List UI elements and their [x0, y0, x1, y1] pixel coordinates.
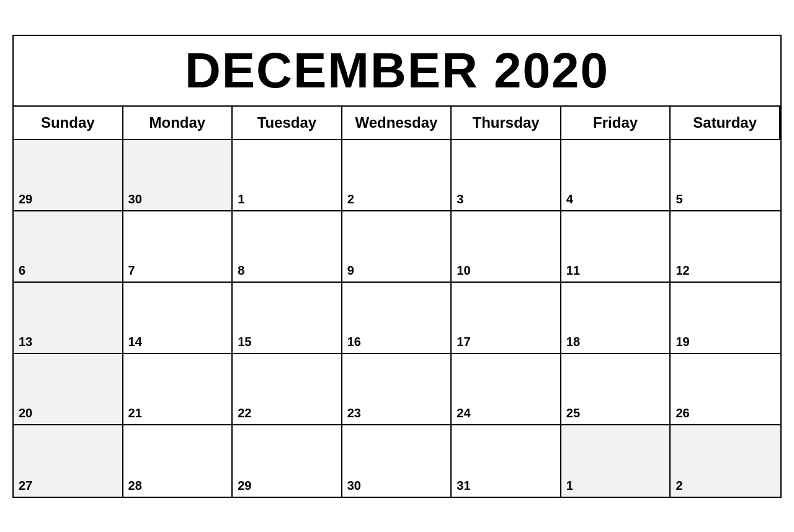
day-header: Monday — [123, 107, 233, 140]
day-cell[interactable]: 15 — [233, 283, 342, 354]
day-cell[interactable]: 5 — [671, 140, 780, 211]
day-cell[interactable]: 13 — [14, 283, 123, 354]
day-number: 3 — [457, 192, 555, 206]
day-cell[interactable]: 25 — [561, 354, 671, 425]
day-number: 20 — [19, 406, 117, 420]
day-number: 29 — [19, 192, 117, 206]
day-cell[interactable]: 1 — [561, 425, 671, 497]
day-number: 30 — [128, 192, 227, 206]
day-header: Friday — [561, 107, 671, 140]
day-number: 8 — [238, 264, 336, 278]
day-cell[interactable]: 27 — [14, 425, 123, 497]
day-cell[interactable]: 14 — [123, 283, 233, 354]
day-number: 6 — [19, 264, 117, 278]
day-number: 25 — [566, 406, 665, 420]
day-number: 11 — [566, 264, 665, 278]
day-number: 18 — [566, 335, 665, 349]
day-cell[interactable]: 9 — [342, 211, 452, 283]
day-header: Saturday — [671, 107, 780, 140]
day-number: 16 — [347, 335, 446, 349]
day-cell[interactable]: 4 — [561, 140, 671, 211]
day-header: Sunday — [14, 107, 123, 140]
day-number: 10 — [457, 264, 555, 278]
day-header: Tuesday — [233, 107, 342, 140]
day-cell[interactable]: 10 — [452, 211, 561, 283]
day-number: 29 — [238, 479, 336, 493]
day-cell[interactable]: 29 — [14, 140, 123, 211]
day-cell[interactable]: 1 — [233, 140, 342, 211]
day-cell[interactable]: 8 — [233, 211, 342, 283]
day-number: 12 — [676, 264, 775, 278]
day-number: 19 — [676, 335, 775, 349]
day-cell[interactable]: 24 — [452, 354, 561, 425]
day-cell[interactable]: 3 — [452, 140, 561, 211]
day-cell[interactable]: 28 — [123, 425, 233, 497]
day-cell[interactable]: 23 — [342, 354, 452, 425]
day-cell[interactable]: 12 — [671, 211, 780, 283]
day-cell[interactable]: 29 — [233, 425, 342, 497]
day-number: 21 — [128, 406, 227, 420]
day-number: 23 — [347, 406, 446, 420]
calendar: DECEMBER 2020 SundayMondayTuesdayWednesd… — [12, 35, 782, 498]
day-header: Wednesday — [342, 107, 452, 140]
day-number: 14 — [128, 335, 227, 349]
calendar-grid: SundayMondayTuesdayWednesdayThursdayFrid… — [14, 107, 780, 497]
day-cell[interactable]: 30 — [123, 140, 233, 211]
day-number: 9 — [347, 264, 446, 278]
day-cell[interactable]: 2 — [342, 140, 452, 211]
day-number: 4 — [566, 192, 665, 206]
day-cell[interactable]: 11 — [561, 211, 671, 283]
day-cell[interactable]: 2 — [671, 425, 780, 497]
day-cell[interactable]: 31 — [452, 425, 561, 497]
day-cell[interactable]: 26 — [671, 354, 780, 425]
day-number: 15 — [238, 335, 336, 349]
day-number: 28 — [128, 479, 227, 493]
day-cell[interactable]: 7 — [123, 211, 233, 283]
day-cell[interactable]: 6 — [14, 211, 123, 283]
day-cell[interactable]: 30 — [342, 425, 452, 497]
day-header: Thursday — [452, 107, 561, 140]
calendar-title: DECEMBER 2020 — [14, 36, 780, 107]
day-cell[interactable]: 19 — [671, 283, 780, 354]
day-number: 7 — [128, 264, 227, 278]
day-number: 17 — [457, 335, 555, 349]
day-cell[interactable]: 20 — [14, 354, 123, 425]
day-number: 2 — [676, 479, 775, 493]
day-cell[interactable]: 21 — [123, 354, 233, 425]
day-number: 1 — [238, 192, 336, 206]
day-number: 27 — [19, 479, 117, 493]
day-number: 26 — [676, 406, 775, 420]
day-number: 24 — [457, 406, 555, 420]
day-cell[interactable]: 16 — [342, 283, 452, 354]
day-number: 31 — [457, 479, 555, 493]
day-number: 1 — [566, 479, 665, 493]
day-number: 30 — [347, 479, 446, 493]
day-cell[interactable]: 17 — [452, 283, 561, 354]
day-number: 2 — [347, 192, 446, 206]
day-number: 22 — [238, 406, 336, 420]
day-number: 13 — [19, 335, 117, 349]
day-number: 5 — [676, 192, 775, 206]
day-cell[interactable]: 22 — [233, 354, 342, 425]
day-cell[interactable]: 18 — [561, 283, 671, 354]
